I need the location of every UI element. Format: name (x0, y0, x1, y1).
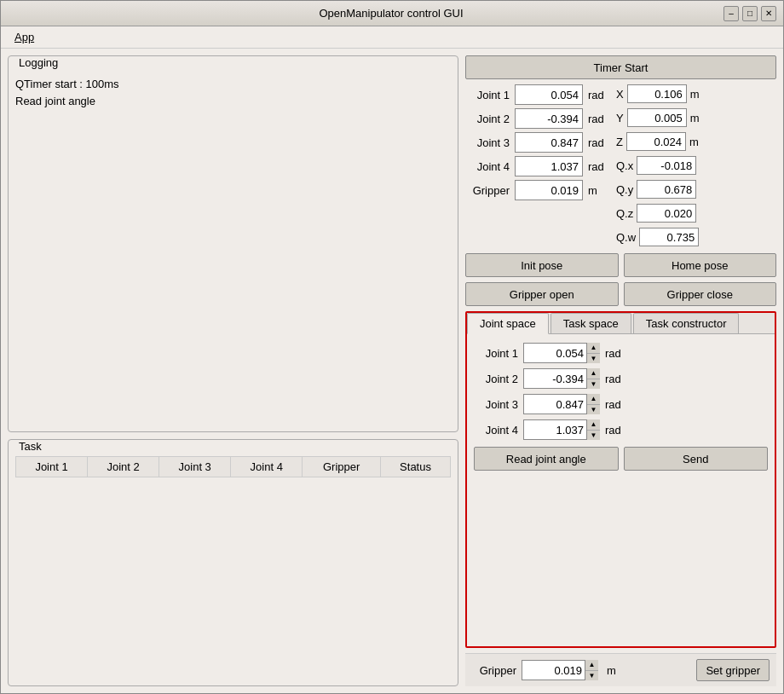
joint4-input[interactable] (515, 156, 583, 176)
minimize-button[interactable]: – (723, 6, 739, 21)
home-pose-button[interactable]: Home pose (624, 253, 777, 277)
set-gripper-button[interactable]: Set gripper (696, 659, 770, 681)
coord-y-label: Y (616, 112, 624, 124)
col-gripper: Gripper (303, 457, 381, 477)
gripper-spinbox-arrows: ▲ ▼ (585, 660, 598, 680)
app-menu[interactable]: App (8, 29, 41, 45)
maximize-button[interactable]: □ (742, 6, 758, 21)
tab-container: Joint space Task space Task constructor … (465, 311, 776, 648)
tab-joint-space[interactable]: Joint space (467, 313, 549, 334)
gripper-spinbox-up[interactable]: ▲ (585, 660, 598, 671)
coord-x-row: X m (616, 84, 702, 103)
action-buttons: Read joint angle Send (474, 447, 768, 471)
tab-joint3-up[interactable]: ▲ (587, 394, 600, 405)
log-line-1: QTimer start : 100ms (15, 76, 451, 93)
tab-joint1-label: Joint 1 (474, 347, 518, 360)
coord-qw-input[interactable] (639, 228, 699, 246)
right-panel: Timer Start Joint 1 rad Joint 2 rad (465, 49, 783, 693)
tab-joint3-spinbox: ▲ ▼ (523, 394, 600, 414)
gripper-bottom-unit: m (607, 664, 616, 677)
joint1-input[interactable] (515, 84, 583, 105)
tab-task-space[interactable]: Task space (551, 313, 631, 333)
init-pose-button[interactable]: Init pose (465, 253, 619, 277)
tab-joint2-up[interactable]: ▲ (587, 368, 600, 379)
tab-joint-row-1: Joint 1 ▲ ▼ rad (474, 343, 768, 363)
main-window: OpenManipulator control GUI – □ ✕ App Lo… (0, 0, 784, 694)
coord-z-input[interactable] (626, 132, 686, 151)
col-joint3: Joint 3 (159, 457, 231, 477)
joint1-label: Joint 1 (465, 89, 510, 101)
tab-joint4-down[interactable]: ▼ (587, 431, 600, 441)
gripper-close-button[interactable]: Gripper close (624, 282, 777, 306)
coord-z-unit: m (689, 136, 699, 148)
tab-joint-row-2: Joint 2 ▲ ▼ rad (474, 368, 768, 389)
joint-row-4: Joint 4 rad (465, 156, 609, 176)
coord-qw-row: Q.w (616, 228, 702, 246)
coord-qz-label: Q.z (616, 207, 633, 220)
coord-qx-input[interactable] (637, 156, 696, 175)
joint2-label: Joint 2 (465, 113, 510, 125)
tab-joint3-label: Joint 3 (474, 398, 518, 411)
send-button[interactable]: Send (624, 447, 769, 471)
task-group: Task Joint 1 Joint 2 Joint 3 Joint 4 Gri… (8, 439, 458, 686)
tab-joint3-down[interactable]: ▼ (587, 405, 600, 415)
joint4-unit: rad (588, 160, 609, 173)
coord-x-label: X (616, 88, 624, 101)
logging-group: Logging QTimer start : 100ms Read joint … (8, 55, 458, 432)
tab-joint4-spinbox: ▲ ▼ (523, 419, 600, 440)
coord-y-row: Y m (616, 108, 702, 127)
gripper-main-input[interactable] (515, 180, 583, 200)
joint2-input[interactable] (515, 108, 583, 129)
joint4-label: Joint 4 (465, 160, 510, 173)
gripper-spinbox-down[interactable]: ▼ (585, 671, 598, 681)
coord-qx-row: Q.x (616, 156, 702, 175)
task-table: Joint 1 Joint 2 Joint 3 Joint 4 Gripper … (15, 456, 451, 477)
tab-joint4-unit: rad (605, 424, 626, 437)
col-status: Status (381, 457, 451, 477)
joint3-label: Joint 3 (465, 136, 510, 149)
gripper-spinbox: ▲ ▼ (522, 660, 598, 680)
joint-row-3: Joint 3 rad (465, 132, 609, 153)
gripper-main-unit: m (588, 184, 609, 197)
coord-qy-label: Q.y (616, 183, 633, 196)
menu-bar: App (1, 26, 783, 49)
gripper-open-button[interactable]: Gripper open (465, 282, 619, 306)
coord-qz-input[interactable] (637, 204, 696, 223)
window-title: OpenManipulator control GUI (59, 7, 723, 20)
tab-joint1-arrows: ▲ ▼ (586, 343, 600, 363)
tab-joint3-arrows: ▲ ▼ (586, 394, 600, 414)
title-bar: OpenManipulator control GUI – □ ✕ (1, 1, 783, 26)
log-line-2: Read joint angle (15, 93, 451, 110)
joint-coord-area: Joint 1 rad Joint 2 rad Joint 3 rad (465, 84, 776, 248)
read-joint-angle-button[interactable]: Read joint angle (474, 447, 619, 471)
coord-x-input[interactable] (627, 84, 687, 103)
tab-task-constructor[interactable]: Task constructor (633, 313, 740, 333)
gripper-main-label: Gripper (465, 184, 510, 197)
tab-joint-row-4: Joint 4 ▲ ▼ rad (474, 419, 768, 440)
joint3-unit: rad (588, 136, 609, 149)
gripper-row-main: Gripper m (465, 180, 609, 200)
tab-joint2-down[interactable]: ▼ (587, 379, 600, 390)
col-joint4: Joint 4 (231, 457, 303, 477)
coords-area: X m Y m Z m Q.x (616, 84, 702, 248)
close-button[interactable]: ✕ (761, 6, 776, 21)
coord-y-unit: m (690, 112, 700, 124)
joint3-input[interactable] (515, 132, 583, 153)
timer-start-button[interactable]: Timer Start (465, 55, 776, 79)
coord-qy-input[interactable] (637, 180, 696, 199)
coord-y-input[interactable] (627, 108, 687, 127)
tab-joint-row-3: Joint 3 ▲ ▼ rad (474, 394, 768, 414)
gripper-bottom-row: Gripper ▲ ▼ m Set gripper (465, 653, 776, 686)
tab-joint2-arrows: ▲ ▼ (586, 368, 600, 389)
tab-joint1-down[interactable]: ▼ (587, 354, 600, 364)
tab-joint4-up[interactable]: ▲ (587, 419, 600, 431)
tab-joint1-spinbox: ▲ ▼ (523, 343, 600, 363)
content-area: Logging QTimer start : 100ms Read joint … (1, 49, 783, 693)
joints-area: Joint 1 rad Joint 2 rad Joint 3 rad (465, 84, 609, 248)
tab-joint1-up[interactable]: ▲ (587, 343, 600, 354)
coord-z-label: Z (616, 136, 623, 148)
tab-joint1-unit: rad (605, 347, 626, 360)
coord-qx-label: Q.x (616, 159, 633, 172)
left-panel: Logging QTimer start : 100ms Read joint … (1, 49, 465, 693)
coord-x-unit: m (690, 88, 700, 101)
